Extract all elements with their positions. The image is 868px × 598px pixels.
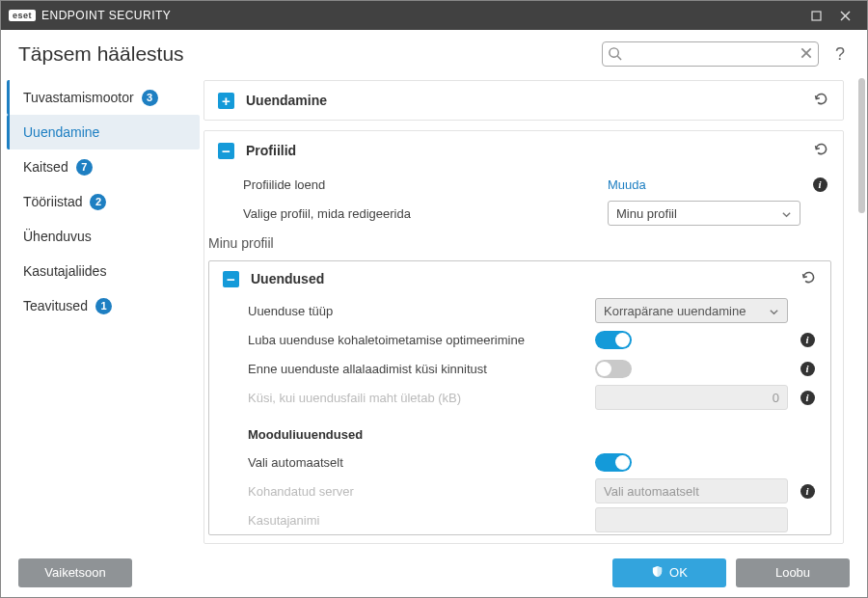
confirm-toggle[interactable]	[595, 360, 632, 378]
header: Täpsem häälestus ?	[1, 30, 867, 74]
footer: Vaiketsoon OK Loobu	[1, 547, 867, 597]
titlebar: eset ENDPOINT SECURITY	[1, 1, 867, 30]
panel-header-profiles[interactable]: Profiilid	[204, 131, 843, 170]
sidebar-item-label: Tööriistad	[23, 194, 82, 209]
sidebar-item-label: Uuendamine	[23, 124, 99, 140]
row-delivery-opt: Luba uuenduse kohaletoimetamise optimeer…	[209, 325, 830, 354]
sidebar-badge: 3	[142, 90, 158, 106]
default-zone-button[interactable]: Vaiketsoon	[18, 558, 132, 587]
update-type-select[interactable]: Korrapärane uuendamine	[595, 298, 788, 323]
sidebar-item-label: Tuvastamismootor	[23, 90, 134, 105]
row-label: Valige profiil, mida redigeerida	[243, 206, 598, 221]
shield-icon	[651, 565, 664, 581]
revert-icon	[813, 141, 829, 157]
svg-line-4	[617, 56, 621, 60]
custom-server-input: Vali automaatselt	[595, 478, 788, 503]
main: Uuendamine Profiilid	[203, 74, 867, 547]
row-update-type: Uuenduse tüüp Korrapärane uuendamine	[209, 296, 830, 325]
sidebar-item-ui[interactable]: Kasutajaliides	[7, 254, 200, 288]
scrollbar[interactable]	[857, 74, 867, 547]
sidebar-item-detection-engine[interactable]: Tuvastamismootor 3	[7, 80, 200, 115]
size-threshold-input	[595, 385, 788, 410]
revert-button[interactable]	[813, 91, 829, 111]
ok-label: OK	[669, 565, 688, 580]
info-icon[interactable]: i	[800, 391, 815, 405]
panel-title: Uuendamine	[246, 93, 801, 108]
panel-title: Profiilid	[246, 143, 801, 158]
row-username: Kasutajanimi	[209, 505, 830, 534]
username-input	[595, 507, 788, 532]
row-label: Kasutajanimi	[248, 513, 585, 528]
row-profile-list: Profiilide loend Muuda i	[204, 170, 843, 199]
module-updates-title: Mooduliuuendused	[209, 412, 830, 448]
window-close-button[interactable]	[830, 1, 859, 30]
expand-icon[interactable]	[218, 93, 234, 109]
search-wrap	[602, 41, 819, 67]
search-input[interactable]	[602, 41, 819, 67]
info-icon[interactable]: i	[800, 484, 815, 499]
row-label: Luba uuenduse kohaletoimetamise optimeer…	[248, 333, 585, 347]
brand: eset ENDPOINT SECURITY	[9, 9, 171, 22]
search-icon	[608, 46, 622, 65]
brand-text: ENDPOINT SECURITY	[41, 9, 171, 22]
sidebar-badge: 2	[90, 194, 106, 210]
sidebar-item-protections[interactable]: Kaitsed 7	[7, 150, 200, 184]
profile-select[interactable]: Minu profiil	[608, 201, 800, 226]
sidebar-item-label: Ühenduvus	[23, 229, 92, 244]
revert-button[interactable]	[800, 269, 817, 289]
search-clear-button[interactable]	[800, 46, 813, 64]
select-value: Minu profiil	[616, 206, 677, 221]
panel-update: Uuendamine	[203, 80, 844, 121]
help-button[interactable]: ?	[830, 44, 850, 65]
select-value: Korrapärane uuendamine	[604, 304, 746, 318]
revert-icon	[800, 269, 817, 285]
auto-select-toggle[interactable]	[595, 453, 632, 472]
row-label: Profiilide loend	[243, 177, 598, 192]
cancel-button[interactable]: Loobu	[736, 558, 850, 587]
chevron-down-icon	[781, 208, 792, 223]
sidebar-item-label: Kasutajaliides	[23, 263, 106, 279]
sidebar-badge: 7	[76, 159, 93, 176]
delivery-opt-toggle[interactable]	[595, 331, 632, 349]
info-icon[interactable]: i	[800, 333, 815, 347]
maximize-icon	[811, 11, 822, 21]
info-icon[interactable]: i	[800, 362, 815, 376]
profile-subheading: Minu profiil	[204, 228, 843, 255]
close-icon	[840, 11, 851, 21]
main-scroll[interactable]: Uuendamine Profiilid	[203, 74, 857, 547]
row-auto-select: Vali automaatselt	[209, 448, 830, 476]
sidebar-item-label: Kaitsed	[23, 159, 68, 175]
sidebar-item-label: Teavitused	[23, 298, 88, 313]
sidebar-badge: 1	[95, 298, 112, 314]
revert-icon	[813, 91, 829, 107]
panel-updates: Uuendused Uuenduse tüüp Korrapärane uuen…	[208, 260, 831, 535]
info-icon[interactable]: i	[813, 177, 827, 192]
row-size-threshold: Küsi, kui uuendusfaili maht ületab (kB) …	[209, 383, 830, 412]
row-label: Kohandatud server	[248, 484, 585, 499]
sidebar-item-update[interactable]: Uuendamine	[7, 115, 200, 150]
row-label: Uuenduse tüüp	[248, 304, 585, 318]
panel-profiles: Profiilid Profiilide loend Muuda i Valig…	[203, 130, 844, 544]
sidebar-item-notifications[interactable]: Teavitused 1	[7, 288, 200, 323]
page-title: Täpsem häälestus	[18, 42, 590, 66]
body: Tuvastamismootor 3 Uuendamine Kaitsed 7 …	[1, 74, 867, 547]
row-label: Küsi, kui uuendusfaili maht ületab (kB)	[248, 391, 585, 405]
row-label: Vali automaatselt	[248, 455, 585, 470]
collapse-icon[interactable]	[218, 143, 234, 159]
sidebar-item-tools[interactable]: Tööriistad 2	[7, 184, 200, 219]
edit-profiles-link[interactable]: Muuda	[608, 177, 646, 192]
panel-header-updates[interactable]: Uuendused	[209, 261, 830, 296]
sidebar: Tuvastamismootor 3 Uuendamine Kaitsed 7 …	[1, 74, 203, 547]
panel-title: Uuendused	[251, 271, 789, 286]
collapse-icon[interactable]	[223, 271, 239, 287]
chevron-down-icon	[769, 306, 779, 320]
revert-button[interactable]	[813, 141, 829, 161]
row-label: Enne uuenduste allalaadimist küsi kinnit…	[248, 362, 585, 376]
app-window: eset ENDPOINT SECURITY Täpsem häälestus …	[0, 0, 868, 598]
scrollbar-thumb[interactable]	[858, 78, 865, 213]
panel-header-update[interactable]: Uuendamine	[204, 81, 843, 120]
ok-button[interactable]: OK	[612, 558, 726, 587]
brand-tag: eset	[9, 10, 36, 21]
sidebar-item-connectivity[interactable]: Ühenduvus	[7, 219, 200, 254]
window-maximize-button[interactable]	[801, 1, 830, 30]
